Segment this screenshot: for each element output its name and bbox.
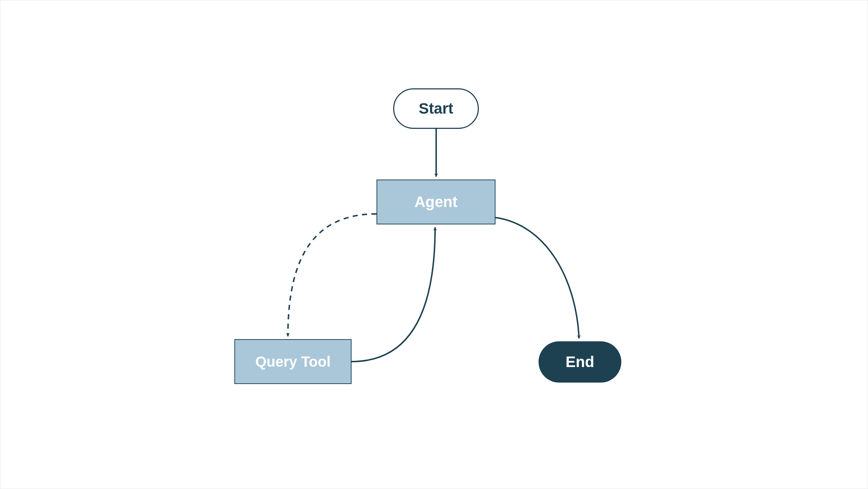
end-node-label: End (566, 353, 594, 371)
query-tool-node-label: Query Tool (255, 354, 331, 370)
end-node: End (539, 341, 621, 383)
flow-diagram: Start Agent Query Tool End (0, 0, 868, 489)
edge-agent-to-query-tool (288, 214, 376, 336)
agent-node-label: Agent (414, 193, 458, 211)
query-tool-node: Query Tool (234, 339, 352, 384)
edge-query-tool-to-agent (352, 227, 435, 362)
start-node-label: Start (419, 100, 454, 117)
edges-layer (0, 0, 868, 489)
agent-node: Agent (376, 180, 495, 224)
edge-agent-to-end (495, 218, 579, 338)
start-node: Start (393, 88, 479, 129)
